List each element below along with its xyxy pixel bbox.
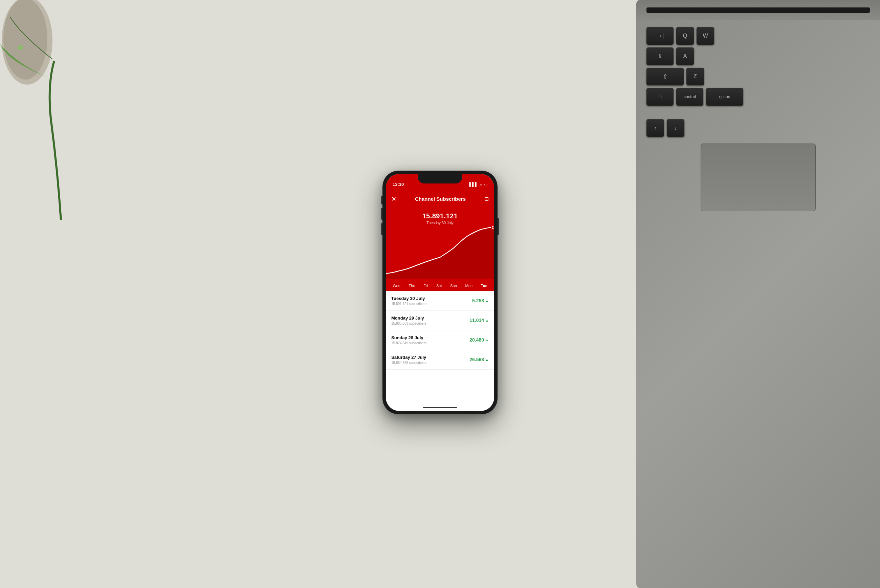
- day-sat: Sat: [436, 284, 442, 288]
- key-shift-left: ⇧: [646, 68, 684, 85]
- day-fri: Fri: [423, 284, 428, 288]
- stats-display: 15.891.121 Tuesday 30 July: [386, 209, 494, 228]
- key-control: ⌃ control: [676, 88, 703, 106]
- wifi-icon: △: [480, 183, 482, 186]
- trend-up-icon: ▲: [485, 338, 489, 342]
- status-icons: ▌▌▌ △ ▭: [469, 182, 487, 187]
- list-item-subtitle: 15.874.849 subscribers: [391, 341, 426, 345]
- key-z: Z: [687, 68, 704, 85]
- day-mon: Mon: [465, 284, 472, 288]
- key-a: A: [676, 47, 694, 65]
- day-labels-bar: Wed Thu Fri Sat Sun Mon Tue: [386, 280, 494, 292]
- list-item-title: Saturday 27 July: [391, 355, 426, 360]
- keyboard-row-4: fn ⌃ control ⌥ option: [646, 88, 870, 106]
- phone-side-button: [498, 218, 499, 235]
- list-item-value-container: 11.014 ▲: [469, 318, 489, 323]
- trackpad[interactable]: [701, 144, 816, 211]
- phone-volume-down: [381, 223, 382, 235]
- phone-notch: [418, 174, 462, 183]
- list-item-subtitle: 15.854.369 subscribers: [391, 361, 426, 364]
- touch-bar: [646, 8, 870, 13]
- subscriber-count: 15.891.121: [422, 212, 457, 220]
- list-item: Monday 29 July 15.885.863 subscribers 11…: [386, 311, 494, 330]
- list-item-subtitle: 15.891.121 subscribers: [391, 302, 426, 306]
- list-item-value: 5.258: [472, 298, 484, 303]
- trend-up-icon: ▲: [485, 318, 489, 322]
- day-thu: Thu: [409, 284, 415, 288]
- list-item-value: 20.480: [469, 337, 484, 343]
- phone-device: 13:10 ▌▌▌ △ ▭ ✕ Channel Subscribers ⊡ 15…: [382, 171, 498, 418]
- phone-body: 13:10 ▌▌▌ △ ▭ ✕ Channel Subscribers ⊡ 15…: [382, 171, 498, 414]
- list-item-info: Tuesday 30 July 15.891.121 subscribers: [391, 296, 426, 306]
- key-caps: ⇪: [646, 47, 673, 65]
- key-down: ↓: [667, 119, 684, 137]
- home-indicator: [423, 407, 457, 408]
- key-q: Q: [676, 27, 694, 45]
- line-chart: [386, 226, 494, 280]
- list-item: Tuesday 30 July 15.891.121 subscribers 5…: [386, 291, 494, 311]
- keyboard-row-2: ⇪ A: [646, 47, 870, 65]
- trend-up-icon: ▲: [485, 299, 489, 303]
- key-fn: fn: [646, 88, 673, 106]
- phone-screen: 13:10 ▌▌▌ △ ▭ ✕ Channel Subscribers ⊡ 15…: [386, 174, 494, 411]
- app-header: ✕ Channel Subscribers ⊡: [386, 189, 494, 209]
- keyboard-row-1: →| Q W: [646, 27, 870, 45]
- stats-list: Tuesday 30 July 15.891.121 subscribers 5…: [386, 291, 494, 411]
- key-up: ↑: [646, 119, 664, 137]
- list-item-title: Sunday 28 July: [391, 335, 426, 340]
- trend-up-icon: ▲: [485, 358, 489, 362]
- keyboard-keys: →| Q W ⇪ A ⇧ Z: [636, 20, 880, 225]
- list-item-value: 26.563: [469, 357, 484, 362]
- list-item-info: Sunday 28 July 15.874.849 subscribers: [391, 335, 426, 345]
- screen-title: Channel Subscribers: [415, 196, 466, 202]
- list-item-info: Monday 29 July 15.885.863 subscribers: [391, 315, 426, 326]
- stats-date: Tuesday 30 July: [426, 221, 454, 225]
- key-tab: →|: [646, 27, 673, 45]
- day-sun: Sun: [450, 284, 457, 288]
- keyboard-row-5: ↑ ↓: [646, 119, 870, 137]
- list-item-subtitle: 15.885.863 subscribers: [391, 322, 426, 326]
- day-tue: Tue: [481, 284, 487, 288]
- signal-icon: ▌▌▌: [469, 182, 478, 187]
- svg-point-2: [18, 45, 23, 50]
- camera-button[interactable]: ⊡: [484, 196, 489, 202]
- laptop-keyboard: →| Q W ⇪ A ⇧ Z: [636, 0, 880, 588]
- touchbar-area: [636, 0, 880, 20]
- key-option: ⌥ option: [706, 88, 743, 106]
- list-item: Sunday 28 July 15.874.849 subscribers 20…: [386, 330, 494, 350]
- plant-decoration: [0, 0, 118, 237]
- keyboard-row-3: ⇧ Z: [646, 68, 870, 85]
- list-item-title: Monday 29 July: [391, 315, 426, 321]
- phone-mute-switch: [381, 196, 382, 204]
- chart-area[interactable]: 15.891.121 Tuesday 30 July: [386, 209, 494, 280]
- status-time: 13:10: [393, 182, 404, 187]
- list-item-value-container: 20.480 ▲: [469, 337, 489, 343]
- day-wed: Wed: [393, 284, 400, 288]
- list-item-value-container: 5.258 ▲: [472, 298, 489, 303]
- list-item-title: Tuesday 30 July: [391, 296, 426, 301]
- list-item: Saturday 27 July 15.854.369 subscribers …: [386, 350, 494, 370]
- list-item-value-container: 26.563 ▲: [469, 357, 489, 362]
- close-button[interactable]: ✕: [391, 195, 396, 203]
- list-item-value: 11.014: [469, 318, 484, 323]
- svg-point-1: [3, 0, 47, 80]
- key-w: W: [697, 27, 714, 45]
- list-item-info: Saturday 27 July 15.854.369 subscribers: [391, 355, 426, 364]
- battery-icon: ▭: [484, 182, 487, 186]
- phone-volume-up: [381, 208, 382, 220]
